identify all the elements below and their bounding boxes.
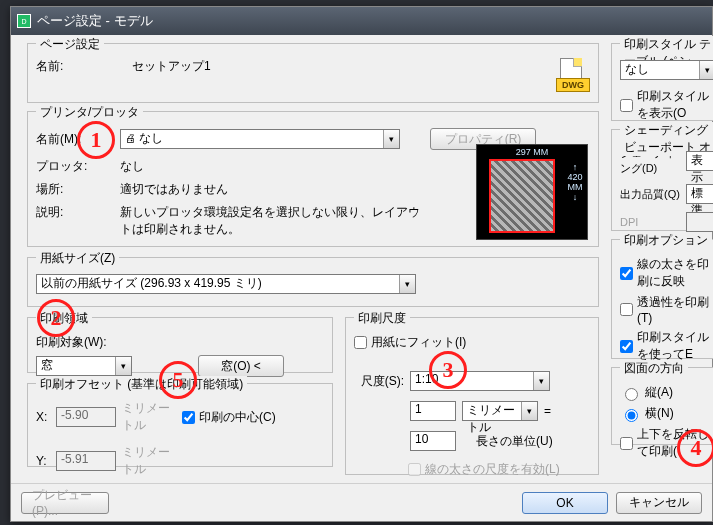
label-name: 名前: <box>36 58 90 75</box>
group-label: ページ設定 <box>36 36 104 53</box>
opt-lineweight-checkbox[interactable]: 線の太さを印刷に反映 <box>620 256 713 290</box>
group-paper-size: 用紙サイズ(Z) 以前の用紙サイズ (296.93 x 419.95 ミリ) ▾ <box>27 257 599 307</box>
chevron-down-icon: ▾ <box>521 402 537 420</box>
annotation-5: 5 <box>159 361 197 399</box>
page-setup-name: セットアップ1 <box>132 58 211 75</box>
label-location: 場所: <box>36 181 92 198</box>
app-icon: D <box>17 14 31 28</box>
group-print-options: 印刷オプション 線の太さを印刷に反映 透過性を印刷(T) 印刷スタイルを使ってE… <box>611 239 713 359</box>
client-area: ページ設定 名前: セットアップ1 DWG プリンタ/プロッタ 名前(M): <box>11 35 712 521</box>
group-label: 図面の方向 <box>620 360 688 377</box>
paper-size-select[interactable]: 以前の用紙サイズ (296.93 x 419.95 ミリ) ▾ <box>36 274 416 294</box>
label-y: Y: <box>36 454 50 468</box>
window-title: ページ設定 - モデル <box>37 12 153 30</box>
chevron-down-icon: ▾ <box>399 275 415 293</box>
chevron-down-icon: ▾ <box>383 130 399 148</box>
ok-button[interactable]: OK <box>522 492 608 514</box>
footer: プレビュー(P)... OK キャンセル <box>11 483 712 521</box>
shading-select[interactable]: 表示ど <box>686 151 713 171</box>
label-plotter: プロッタ: <box>36 158 92 175</box>
chevron-down-icon: ▾ <box>115 357 131 375</box>
chevron-down-icon: ▾ <box>699 61 713 79</box>
label-print-target: 印刷対象(W): <box>36 334 324 351</box>
annotation-3: 3 <box>429 351 467 389</box>
group-print-scale: 印刷尺度 用紙にフィット(I) 尺度(S): 1:10 ▾ <box>345 317 599 475</box>
group-label: 印刷尺度 <box>354 310 410 327</box>
group-label: 印刷オプション <box>620 232 712 249</box>
scale-num2-input[interactable]: 10 <box>410 431 456 451</box>
label-dpi: DPI <box>620 216 680 228</box>
dpi-input <box>686 212 713 232</box>
window-select-button[interactable]: 窓(O) < <box>198 355 284 377</box>
orientation-landscape-radio[interactable]: 横(N) <box>620 405 713 422</box>
dialog-window: D ページ設定 - モデル ページ設定 名前: セットアップ1 DWG プリンタ… <box>10 6 713 522</box>
group-label: プリンタ/プロッタ <box>36 104 143 121</box>
annotation-4: 4 <box>677 429 713 467</box>
offset-y-input[interactable]: -5.91 <box>56 451 116 471</box>
show-plot-style-checkbox[interactable]: 印刷スタイルを表示(O <box>620 88 713 122</box>
print-target-select[interactable]: 窓 ▾ <box>36 356 132 376</box>
group-label: 用紙サイズ(Z) <box>36 250 119 267</box>
annotation-1: 1 <box>77 121 115 159</box>
label-quality: 出力品質(Q) <box>620 187 680 202</box>
plot-style-select[interactable]: なし ▾ <box>620 60 713 80</box>
location-value: 適切ではありません <box>120 181 228 198</box>
fit-to-paper-checkbox[interactable]: 用紙にフィット(I) <box>354 334 466 351</box>
unit-label: ミリメートル <box>122 400 176 434</box>
dwg-icon: DWG <box>556 58 590 92</box>
opt-plotstyle-checkbox[interactable]: 印刷スタイルを使ってE <box>620 329 713 363</box>
orientation-portrait-radio[interactable]: 縦(A) <box>620 384 713 401</box>
scale-unit-select[interactable]: ミリメートル ▾ <box>462 401 538 421</box>
preview-height: ↑420 MM↓ <box>567 163 583 203</box>
lineweight-scale-checkbox[interactable]: 線の太さの尺度を有効(L) <box>408 461 560 478</box>
label-x: X: <box>36 410 50 424</box>
label-description: 説明: <box>36 204 92 221</box>
quality-select[interactable]: 標準 <box>686 184 713 204</box>
description-value: 新しいプロッタ環境設定名を選択しない限り、レイアウトは印刷されません。 <box>120 204 420 238</box>
opt-transparency-checkbox[interactable]: 透過性を印刷(T) <box>620 294 713 325</box>
cancel-button[interactable]: キャンセル <box>616 492 702 514</box>
preview-button[interactable]: プレビュー(P)... <box>21 492 109 514</box>
group-label: 印刷オフセット (基準は印刷可能領域) <box>36 376 247 393</box>
annotation-2: 2 <box>37 299 75 337</box>
center-checkbox[interactable]: 印刷の中心(C) <box>182 409 276 426</box>
titlebar[interactable]: D ページ設定 - モデル <box>11 7 712 35</box>
chevron-down-icon: ▾ <box>533 372 549 390</box>
scale-num1-input[interactable]: 1 <box>410 401 456 421</box>
unit-label: ミリメートル <box>122 444 176 478</box>
plotter-value: なし <box>120 158 144 175</box>
group-shading: シェーディング ビューポート オ シェーディング(D) 表示ど 出力品質(Q) … <box>611 129 713 231</box>
group-plot-style: 印刷スタイル テーブル (ペン なし ▾ 印刷スタイルを表示(O <box>611 43 713 121</box>
offset-x-input[interactable]: -5.90 <box>56 407 116 427</box>
paper-preview: 297 MM ↑420 MM↓ <box>476 144 588 240</box>
group-page-setup: ページ設定 名前: セットアップ1 DWG <box>27 43 599 103</box>
printer-name-select[interactable]: 🖨 なし ▾ <box>120 129 400 149</box>
label-scale: 尺度(S): <box>354 373 404 390</box>
equals-label: = <box>544 404 551 418</box>
